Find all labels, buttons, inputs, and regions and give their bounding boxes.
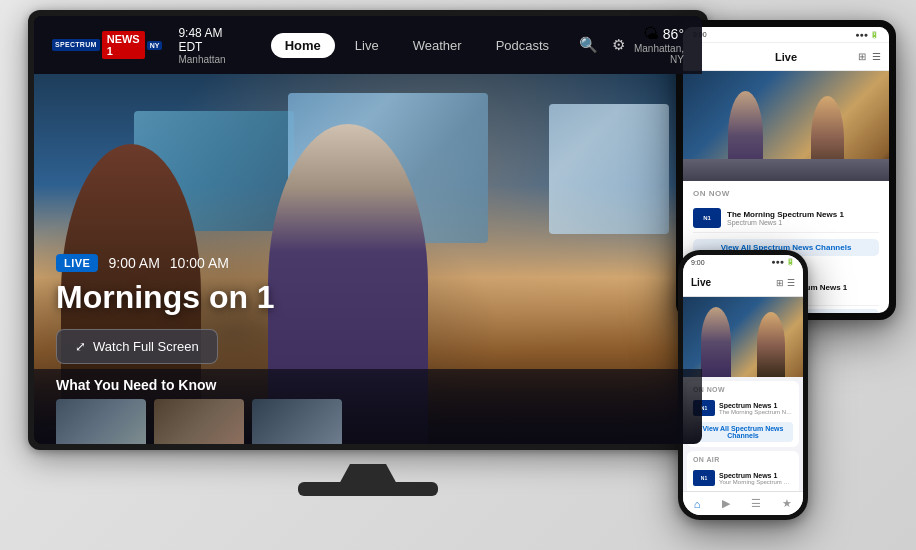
tv-bottom-section: What You Need to Know	[34, 369, 702, 444]
weather-temp: 86°	[663, 26, 684, 42]
tv-time: 9:48 AM EDT	[178, 26, 240, 54]
live-badge: LIVE	[56, 254, 98, 272]
phone-nav-icon[interactable]: ⊞ ☰	[776, 278, 795, 288]
phone-on-air-label: ON AIR	[693, 456, 793, 463]
tablet-nav-bar: Live ⊞ ☰	[683, 43, 889, 71]
nav-podcasts[interactable]: Podcasts	[482, 33, 563, 58]
phone-status-bar: 9:00 ●●● 🔋	[683, 255, 803, 269]
tablet-battery-icon: ●●● 🔋	[855, 31, 879, 39]
tv-stand-base	[298, 482, 438, 496]
backdrop-right	[549, 104, 669, 234]
thumbnail-row	[56, 399, 680, 444]
tablet-search-icon[interactable]: ⊞	[858, 51, 866, 62]
phone-channel-desc-2: Your Morning Spectrum News 1	[719, 479, 793, 485]
live-time-end: 10:00 AM	[170, 255, 229, 271]
news1-logo: NEWS 1	[102, 31, 145, 59]
tablet-video	[683, 71, 889, 181]
phone-anchor-left	[701, 307, 731, 377]
phone-nav-home-icon[interactable]: ⌂	[694, 498, 701, 510]
tablet-nav-icons: ⊞ ☰	[858, 51, 881, 62]
phone-channel-logo-2: N1	[693, 470, 715, 486]
tv-header: SPECTRUM NEWS 1 NY 9:48 AM EDT Manhattan…	[34, 16, 702, 74]
nav-icons: 🔍 ⚙	[579, 36, 625, 54]
tablet-live-header: ON NOW	[693, 189, 879, 198]
tablet-channel-logo-1: N1	[693, 208, 721, 228]
logo-box: SPECTRUM NEWS 1 NY	[52, 31, 162, 59]
phone-view-all-btn-1[interactable]: View All Spectrum News Channels	[693, 422, 793, 442]
phone-on-air-section: ON AIR N1 Spectrum News 1 Your Morning S…	[687, 451, 799, 491]
tablet-desk	[683, 159, 889, 181]
phone-nav-bar: Live ⊞ ☰	[683, 269, 803, 297]
phone-nav-menu-icon[interactable]: ☰	[751, 497, 761, 510]
phone-channel-name-1: Spectrum News 1	[719, 402, 793, 409]
tablet-status-bar: 9:00 ●●● 🔋	[683, 27, 889, 43]
tv-location: Manhattan	[178, 54, 226, 65]
thumbnail-1[interactable]	[56, 399, 146, 444]
phone-bottom-nav: ⌂ ▶ ☰ ★	[683, 491, 803, 515]
phone-nav-star-icon[interactable]: ★	[782, 497, 792, 510]
phone-anchor-right	[757, 312, 785, 377]
ny-badge: NY	[147, 41, 163, 50]
tv-weather: 🌤 86° Manhattan, NY	[625, 25, 684, 65]
tablet-nav-title: Live	[775, 51, 797, 63]
watch-fullscreen-button[interactable]: ⤢ Watch Full Screen	[56, 329, 218, 364]
nav-weather[interactable]: Weather	[399, 33, 476, 58]
thumbnail-2[interactable]	[154, 399, 244, 444]
weather-icon: 🌤	[643, 25, 659, 43]
phone-channel-desc-1: The Morning Spectrum News 1	[719, 409, 793, 415]
phone-live-label: ON NOW	[693, 386, 793, 393]
live-badge-row: LIVE 9:00 AM 10:00 AM	[56, 254, 275, 272]
tv-overlay: LIVE 9:00 AM 10:00 AM Mornings on 1 ⤢ Wa…	[56, 254, 275, 364]
tv-screen: SPECTRUM NEWS 1 NY 9:48 AM EDT Manhattan…	[34, 16, 702, 444]
settings-icon[interactable]: ⚙	[612, 36, 625, 54]
phone-time: 9:00	[691, 259, 705, 266]
scene: SPECTRUM NEWS 1 NY 9:48 AM EDT Manhattan…	[0, 0, 916, 550]
watch-btn-label: Watch Full Screen	[93, 339, 199, 354]
phone-channel-item-2[interactable]: N1 Spectrum News 1 Your Morning Spectrum…	[693, 467, 793, 489]
weather-location: Manhattan, NY	[625, 43, 684, 65]
phone-channel-info-2: Spectrum News 1 Your Morning Spectrum Ne…	[719, 472, 793, 485]
spectrum-logo: SPECTRUM	[52, 39, 100, 51]
phone-channel-name-2: Spectrum News 1	[719, 472, 793, 479]
what-you-need-title: What You Need to Know	[56, 377, 680, 393]
phone-signal-icon: ●●● 🔋	[771, 258, 795, 266]
nav-live[interactable]: Live	[341, 33, 393, 58]
tablet-channel-desc-1: Spectrum News 1	[727, 219, 879, 226]
phone-video-thumb	[683, 297, 803, 377]
tablet-logo-text-1: N1	[703, 215, 711, 221]
phone-nav-title: Live	[691, 277, 711, 288]
tv-container: SPECTRUM NEWS 1 NY 9:48 AM EDT Manhattan…	[28, 10, 708, 500]
search-icon[interactable]: 🔍	[579, 36, 598, 54]
tv-nav: Home Live Weather Podcasts 🔍 ⚙	[271, 33, 625, 58]
phone-channel-info-1: Spectrum News 1 The Morning Spectrum New…	[719, 402, 793, 415]
phone-live-section: ON NOW N1 Spectrum News 1 The Morning Sp…	[687, 381, 799, 447]
phone-channel-item-1[interactable]: N1 Spectrum News 1 The Morning Spectrum …	[693, 397, 793, 419]
nav-home[interactable]: Home	[271, 33, 335, 58]
thumbnail-3[interactable]	[252, 399, 342, 444]
tablet-channel-name-1: The Morning Spectrum News 1	[727, 210, 879, 219]
phone-nav-play-icon[interactable]: ▶	[722, 497, 730, 510]
fullscreen-icon: ⤢	[75, 339, 86, 354]
show-title: Mornings on 1	[56, 280, 275, 315]
tablet-channel-info-1: The Morning Spectrum News 1 Spectrum New…	[727, 210, 879, 226]
tablet-list-icon[interactable]: ☰	[872, 51, 881, 62]
phone-logo-text-2: N1	[701, 475, 707, 481]
tablet-channel-row-1[interactable]: N1 The Morning Spectrum News 1 Spectrum …	[693, 204, 879, 233]
tv-frame: SPECTRUM NEWS 1 NY 9:48 AM EDT Manhattan…	[28, 10, 708, 450]
live-time-start: 9:00 AM	[108, 255, 159, 271]
